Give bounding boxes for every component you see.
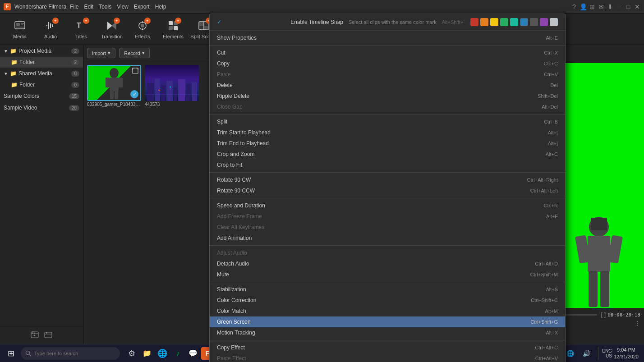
cm-div-4	[210, 198, 565, 198]
svg-rect-28	[119, 78, 123, 87]
context-menu[interactable]: ✓ Enable Timeline Snap Select all clips …	[209, 14, 566, 362]
taskbar-search[interactable]	[21, 347, 120, 360]
shared-media-header[interactable]: ▼ 📁 Shared Media 0	[0, 68, 83, 79]
cm-speed-duration[interactable]: Speed and Duration Ctrl+R	[210, 200, 565, 211]
folder-count: 2	[71, 60, 79, 65]
sound-icon[interactable]: 🔊	[579, 346, 593, 361]
cm-swatch-blue[interactable]	[520, 18, 528, 26]
cm-rotate-ccw[interactable]: Rotate 90 CCW Ctrl+Alt+Left	[210, 185, 565, 196]
titles-icon: + T	[75, 19, 87, 32]
project-media-chevron: ▼	[4, 49, 8, 54]
sample-video-header[interactable]: Sample Video 20	[0, 102, 83, 114]
taskbar-music[interactable]: ♪	[170, 346, 185, 361]
project-media-folder-item[interactable]: 📁 Folder 2	[0, 57, 83, 68]
toolbar-effects[interactable]: + Effects	[128, 16, 157, 42]
cm-detach-audio[interactable]: Detach Audio Ctrl+Alt+D	[210, 258, 565, 269]
taskbar-folder[interactable]: 📁	[140, 346, 154, 361]
cm-motion-tracking[interactable]: Motion Tracking Alt+X	[210, 327, 565, 338]
menu-file[interactable]: File	[70, 4, 78, 10]
cm-ripple-delete[interactable]: Ripple Delete Shift+Del	[210, 91, 565, 101]
more-button[interactable]: ⋮	[634, 320, 640, 327]
svg-rect-1	[16, 23, 20, 26]
toolbar-media[interactable]: Media	[5, 16, 34, 42]
menu-edit[interactable]: Edit	[84, 4, 94, 10]
cm-add-animation[interactable]: Add Animation	[210, 233, 565, 243]
cm-color-correction[interactable]: Color Correction Ctrl+Shift+C	[210, 295, 565, 306]
taskbar-browser[interactable]: 🌐	[155, 346, 170, 361]
media-item-0[interactable]: ✓ 002905_gamer_P104335...	[87, 65, 141, 107]
cm-trim-start[interactable]: Trim Start to Playhead Alt+[	[210, 127, 565, 138]
record-button[interactable]: Record ▾	[119, 48, 149, 58]
svg-rect-48	[600, 271, 609, 307]
cm-swatch-teal[interactable]	[510, 18, 518, 26]
new-folder-button[interactable]	[44, 330, 52, 340]
app-logo: F	[4, 3, 11, 10]
cm-trim-end[interactable]: Trim End to Playhead Alt+]	[210, 138, 565, 149]
cm-div-1	[210, 45, 565, 46]
svg-rect-12	[169, 21, 173, 25]
record-chevron-icon: ▾	[142, 50, 145, 56]
shared-folder-count: 0	[71, 82, 79, 88]
snap-check-item[interactable]: ✓ Enable Timeline Snap	[217, 19, 343, 25]
cm-stabilization[interactable]: Stabilization Alt+S	[210, 284, 565, 295]
cm-swatch-dark[interactable]	[530, 18, 538, 26]
help-button[interactable]: ?	[571, 4, 577, 10]
title-bar: F Wondershare Filmora File Edit Tools Vi…	[0, 0, 644, 14]
cm-crop-zoom[interactable]: Crop and Zoom Alt+C	[210, 149, 565, 160]
cm-cut[interactable]: Cut Ctrl+X	[210, 47, 565, 58]
svg-rect-24	[45, 332, 52, 338]
menu-view[interactable]: View	[117, 4, 129, 10]
download-button[interactable]: ⬇	[607, 4, 613, 10]
minimize-button[interactable]: ─	[616, 4, 622, 10]
cm-green-screen[interactable]: Green Screen Ctrl+Shift+G	[210, 316, 565, 327]
cm-mute[interactable]: Mute Ctrl+Shift+M	[210, 269, 565, 280]
snap-menu-item[interactable]: ✓ Enable Timeline Snap	[217, 19, 343, 25]
taskbar-app-1[interactable]: ⚙	[124, 346, 139, 361]
sample-video-count: 20	[69, 105, 79, 111]
shared-media-folder-item[interactable]: 📁 Folder 0	[0, 79, 83, 90]
start-button[interactable]: ⊞	[2, 345, 20, 362]
cm-split[interactable]: Split Ctrl+B	[210, 116, 565, 127]
menu-export[interactable]: Export	[134, 4, 150, 10]
media-area: Import ▾ Record ▾	[83, 45, 210, 344]
window-controls: ? 👤 ⊞ ✉ ⬇ ─ □ ✕	[571, 4, 640, 10]
cm-delete[interactable]: Delete Del	[210, 80, 565, 91]
user-button[interactable]: 👤	[580, 4, 586, 10]
toolbar-audio[interactable]: + Audio	[36, 16, 65, 42]
maximize-button[interactable]: □	[625, 4, 631, 10]
cm-swatch-red[interactable]	[470, 18, 478, 26]
taskbar-lang: ENG US	[602, 348, 612, 358]
grid-button[interactable]: ⊞	[589, 4, 595, 10]
mail-button[interactable]: ✉	[598, 4, 604, 10]
menu-tools[interactable]: Tools	[99, 4, 111, 10]
media-item-1[interactable]: 443573	[145, 65, 199, 107]
add-folder-button[interactable]: +	[31, 330, 39, 340]
cm-paste: Paste Ctrl+V	[210, 69, 565, 80]
import-button[interactable]: Import ▾	[87, 48, 115, 58]
svg-rect-49	[591, 218, 607, 230]
svg-point-9	[141, 24, 144, 27]
cm-swatch-purple[interactable]	[540, 18, 548, 26]
cm-copy[interactable]: Copy Ctrl+C	[210, 58, 565, 69]
transition-icon: +	[106, 19, 118, 32]
menu-help[interactable]: Help	[155, 4, 166, 10]
cm-paste-effect: Paste Effect Ctrl+Alt+V	[210, 353, 565, 362]
cm-rotate-cw[interactable]: Rotate 90 CW Ctrl+Alt+Right	[210, 174, 565, 185]
cm-swatch-orange[interactable]	[480, 18, 488, 26]
project-media-header[interactable]: ▼ 📁 Project Media 2	[0, 45, 83, 57]
toolbar-elements[interactable]: + Elements	[159, 16, 188, 42]
sample-colors-header[interactable]: Sample Colors 15	[0, 90, 83, 102]
taskbar-msg[interactable]: 💬	[186, 346, 200, 361]
toolbar-titles[interactable]: + T Titles	[67, 16, 96, 42]
cm-crop-fit[interactable]: Crop to Fit	[210, 160, 565, 170]
cm-show-properties[interactable]: Show Properties Alt+E	[210, 32, 565, 43]
cm-swatch-silver[interactable]	[550, 18, 558, 26]
cm-swatch-yellow[interactable]	[490, 18, 498, 26]
taskbar-search-input[interactable]	[34, 351, 106, 356]
cm-swatch-green[interactable]	[500, 18, 508, 26]
toolbar-transition[interactable]: + Transition	[97, 16, 126, 42]
cm-color-match[interactable]: Color Match Alt+M	[210, 306, 565, 316]
bracket-left-icon: [	[601, 312, 602, 318]
close-button[interactable]: ✕	[634, 4, 640, 10]
cm-copy-effect[interactable]: Copy Effect Ctrl+Alt+C	[210, 342, 565, 353]
